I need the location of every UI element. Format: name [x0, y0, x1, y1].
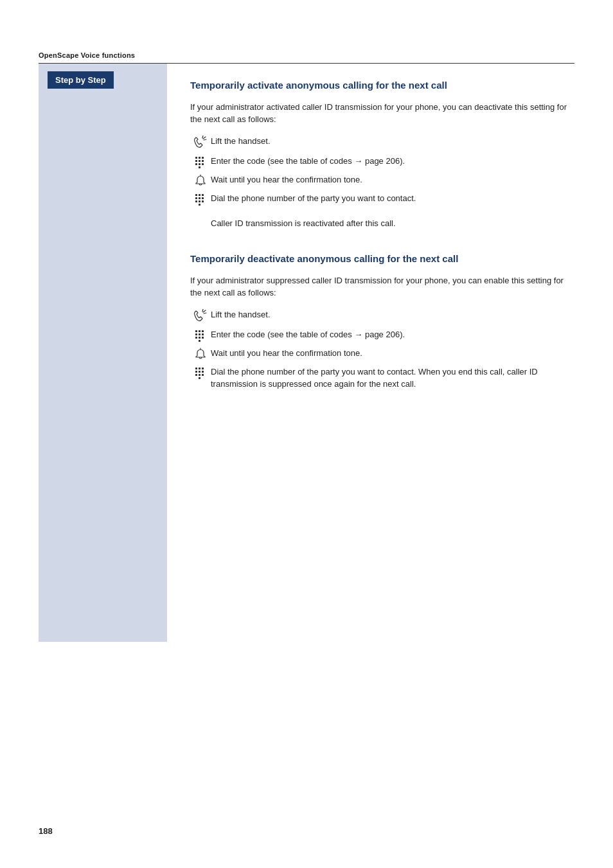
arrow-2: →	[354, 330, 362, 339]
svg-rect-29	[202, 337, 204, 339]
section2-step-4: Dial the phone number of the party you w…	[190, 366, 574, 391]
svg-rect-22	[199, 330, 200, 332]
section2-step-4-text: Dial the phone number of the party you w…	[211, 366, 574, 391]
section2-step-1: Lift the handset.	[190, 308, 574, 323]
section1: Temporarily activate anonymous calling f…	[190, 79, 574, 229]
section1-step-3: Wait until you hear the confirmation ton…	[190, 173, 574, 187]
svg-rect-40	[202, 374, 204, 376]
svg-rect-8	[202, 163, 204, 165]
keypad-icon-2	[190, 193, 211, 206]
section1-intro: If your administrator activated caller I…	[190, 101, 574, 126]
page: OpenScape Voice functions Step by Step T…	[0, 0, 613, 868]
svg-rect-9	[199, 166, 200, 168]
section1-step-4: Dial the phone number of the party you w…	[190, 192, 574, 206]
section2-step-3-text: Wait until you hear the confirmation ton…	[211, 347, 574, 360]
main-layout: Step by Step Temporarily activate anonym…	[39, 64, 574, 642]
svg-rect-26	[202, 333, 204, 335]
section2-intro: If your administrator suppressed caller …	[190, 274, 574, 299]
svg-rect-19	[202, 200, 204, 202]
section1-step-1-text: Lift the handset.	[211, 135, 574, 148]
svg-rect-33	[199, 368, 200, 369]
svg-rect-18	[199, 200, 200, 202]
svg-rect-32	[195, 368, 197, 369]
svg-rect-38	[195, 374, 197, 376]
svg-rect-21	[195, 330, 197, 332]
section1-step-1: Lift the handset.	[190, 135, 574, 150]
section2-step-2-text: Enter the code (see the table of codes →…	[211, 328, 574, 341]
svg-rect-4	[199, 160, 200, 162]
svg-rect-0	[195, 157, 197, 159]
section1-note: Caller ID transmission is reactivated af…	[211, 217, 574, 230]
section1-step-3-text: Wait until you hear the confirmation ton…	[211, 173, 574, 186]
svg-rect-16	[202, 197, 204, 199]
svg-rect-25	[199, 333, 200, 335]
keypad-icon-4	[190, 366, 211, 379]
svg-rect-37	[202, 371, 204, 373]
svg-rect-24	[195, 333, 197, 335]
section2-heading: Temporarily deactivate anonymous calling…	[190, 252, 574, 265]
arrow-1: →	[354, 156, 362, 166]
right-panel: Temporarily activate anonymous calling f…	[167, 64, 574, 642]
svg-rect-12	[199, 194, 200, 196]
section2: Temporarily deactivate anonymous calling…	[190, 252, 574, 391]
svg-rect-36	[199, 371, 200, 373]
svg-rect-17	[195, 200, 197, 202]
svg-rect-41	[199, 377, 200, 379]
handset-icon-2	[190, 309, 211, 323]
section-label: OpenScape Voice functions	[39, 51, 574, 59]
bell-icon-2	[190, 348, 211, 360]
left-panel: Step by Step	[39, 64, 167, 642]
svg-rect-1	[199, 157, 200, 159]
svg-rect-6	[195, 163, 197, 165]
section1-heading: Temporarily activate anonymous calling f…	[190, 79, 574, 92]
svg-rect-39	[199, 374, 200, 376]
svg-rect-14	[195, 197, 197, 199]
svg-rect-11	[195, 194, 197, 196]
keypad-icon-1	[190, 155, 211, 168]
section2-step-3: Wait until you hear the confirmation ton…	[190, 347, 574, 360]
step-by-step-label: Step by Step	[48, 71, 114, 89]
svg-rect-2	[202, 157, 204, 159]
bell-icon-1	[190, 174, 211, 187]
svg-rect-35	[195, 371, 197, 373]
page-number: 188	[39, 826, 53, 836]
svg-rect-28	[199, 337, 200, 339]
keypad-icon-3	[190, 329, 211, 342]
svg-rect-15	[199, 197, 200, 199]
section1-step-4-text: Dial the phone number of the party you w…	[211, 192, 574, 205]
svg-rect-30	[199, 340, 200, 342]
svg-rect-3	[195, 160, 197, 162]
svg-rect-13	[202, 194, 204, 196]
section1-step-list: Lift the handset.	[190, 135, 574, 206]
svg-rect-7	[199, 163, 200, 165]
section2-step-list: Lift the handset.	[190, 308, 574, 391]
svg-rect-5	[202, 160, 204, 162]
section2-step-1-text: Lift the handset.	[211, 308, 574, 321]
section1-step-2-text: Enter the code (see the table of codes →…	[211, 155, 574, 168]
handset-icon-1	[190, 136, 211, 150]
svg-rect-34	[202, 368, 204, 369]
section1-step-2: Enter the code (see the table of codes →…	[190, 155, 574, 168]
svg-rect-20	[199, 204, 200, 206]
svg-rect-23	[202, 330, 204, 332]
section2-step-2: Enter the code (see the table of codes →…	[190, 328, 574, 342]
svg-rect-27	[195, 337, 197, 339]
